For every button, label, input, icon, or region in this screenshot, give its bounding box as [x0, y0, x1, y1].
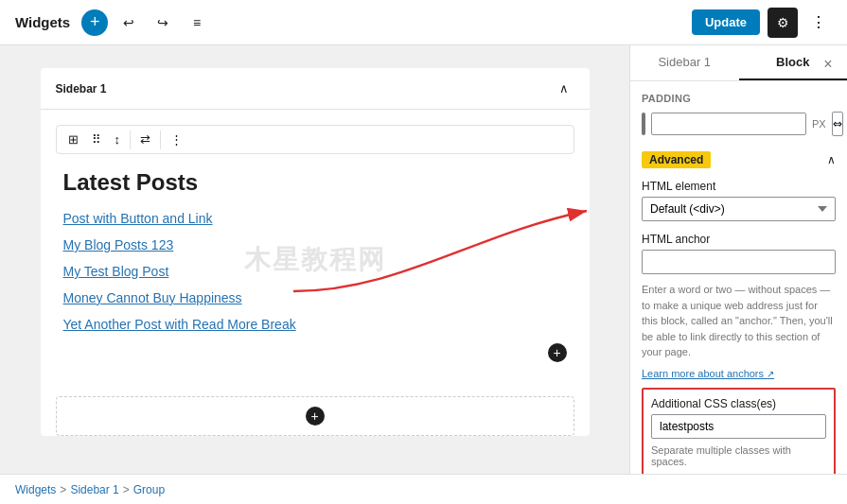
- html-anchor-label: HTML anchor: [642, 233, 836, 246]
- canvas-wrapper: Sidebar 1 ∧ ⊞ ⠿ ↕ ⇄ ⋮ Latest Posts Post …: [0, 45, 629, 474]
- sidebar-block-header: Sidebar 1 ∧: [41, 68, 590, 110]
- topbar: Widgets + ↩ ↪ ≡ Update ⚙ ⋮: [0, 0, 847, 45]
- app-title: Widgets: [15, 14, 70, 30]
- anchor-description: Enter a word or two — without spaces — t…: [642, 282, 836, 360]
- css-class-box: Additional CSS class(es) Separate multip…: [642, 388, 836, 475]
- transform-button[interactable]: ⊞: [62, 129, 84, 150]
- breadcrumb-sep-2: >: [123, 483, 130, 496]
- post-link-2[interactable]: My Blog Posts 123: [63, 237, 567, 252]
- drag-handle[interactable]: ⠿: [86, 129, 107, 150]
- css-class-input[interactable]: [651, 414, 826, 439]
- swap-button[interactable]: ⇄: [134, 129, 156, 150]
- add-block-bar-button[interactable]: +: [306, 407, 325, 426]
- post-link-1[interactable]: Post with Button and Link: [63, 211, 567, 226]
- sidebar-block-title: Sidebar 1: [56, 82, 107, 96]
- add-block-button[interactable]: +: [81, 9, 108, 36]
- advanced-badge: Advanced: [642, 151, 711, 168]
- sidebar-block: Sidebar 1 ∧ ⊞ ⠿ ↕ ⇄ ⋮ Latest Posts Post …: [41, 68, 590, 436]
- post-link-5[interactable]: Yet Another Post with Read More Break: [63, 317, 567, 332]
- breadcrumb-sidebar1[interactable]: Sidebar 1: [70, 483, 118, 496]
- block-toolbar: ⊞ ⠿ ↕ ⇄ ⋮: [56, 125, 574, 154]
- undo-button[interactable]: ↩: [115, 9, 142, 36]
- list-view-button[interactable]: ≡: [184, 9, 210, 36]
- move-button[interactable]: ↕: [109, 129, 127, 150]
- learn-more-anchors-link[interactable]: Learn more about anchors ↗: [642, 368, 774, 379]
- block-content: Latest Posts Post with Button and Link M…: [41, 154, 590, 385]
- latest-posts-title: Latest Posts: [63, 169, 567, 196]
- panel-tabs: Sidebar 1 Block ×: [630, 45, 847, 81]
- canvas: Sidebar 1 ∧ ⊞ ⠿ ↕ ⇄ ⋮ Latest Posts Post …: [0, 45, 629, 474]
- advanced-collapse-button[interactable]: ∧: [827, 153, 836, 166]
- collapse-button[interactable]: ∧: [554, 78, 574, 99]
- breadcrumb-group[interactable]: Group: [133, 483, 165, 496]
- breadcrumb-widgets[interactable]: Widgets: [15, 483, 56, 496]
- advanced-header: Advanced ∧: [642, 151, 836, 168]
- html-anchor-input[interactable]: [642, 250, 836, 274]
- update-button[interactable]: Update: [692, 9, 760, 35]
- redo-button[interactable]: ↪: [150, 9, 176, 36]
- main-area: Sidebar 1 ∧ ⊞ ⠿ ↕ ⇄ ⋮ Latest Posts Post …: [0, 45, 847, 474]
- tab-sidebar[interactable]: Sidebar 1: [630, 45, 739, 80]
- breadcrumb-sep-1: >: [60, 483, 66, 496]
- add-block-bar[interactable]: +: [56, 396, 574, 436]
- settings-button[interactable]: ⚙: [768, 8, 798, 38]
- toolbar-divider: [130, 130, 131, 149]
- block-more-button[interactable]: ⋮: [165, 129, 188, 150]
- more-options-button[interactable]: ⋮: [805, 9, 832, 36]
- add-inner-block-button[interactable]: +: [548, 343, 567, 362]
- css-hint: Separate multiple classes with spaces.: [651, 444, 826, 467]
- toolbar-divider-2: [160, 130, 161, 149]
- panel-close-button[interactable]: ×: [817, 53, 839, 76]
- html-element-label: HTML element: [642, 180, 836, 193]
- padding-link-button[interactable]: ⇔: [832, 112, 843, 136]
- post-link-4[interactable]: Money Cannot Buy Happiness: [63, 290, 567, 305]
- html-element-select[interactable]: Default (<div>): [642, 197, 836, 221]
- external-link-icon: ↗: [767, 369, 774, 379]
- css-label: Additional CSS class(es): [651, 397, 826, 410]
- padding-input[interactable]: [651, 113, 806, 135]
- padding-row: PX ⇔: [642, 112, 836, 136]
- panel-body: Padding PX ⇔ Advanced ∧ HTML element Def…: [630, 81, 847, 474]
- post-link-3[interactable]: My Test Blog Post: [63, 264, 567, 279]
- padding-label: Padding: [642, 93, 836, 104]
- breadcrumb: Widgets > Sidebar 1 > Group: [0, 474, 847, 504]
- right-panel: Sidebar 1 Block × Padding PX ⇔ Advanced …: [629, 45, 847, 474]
- padding-icon: [642, 113, 645, 135]
- padding-unit: PX: [812, 118, 826, 130]
